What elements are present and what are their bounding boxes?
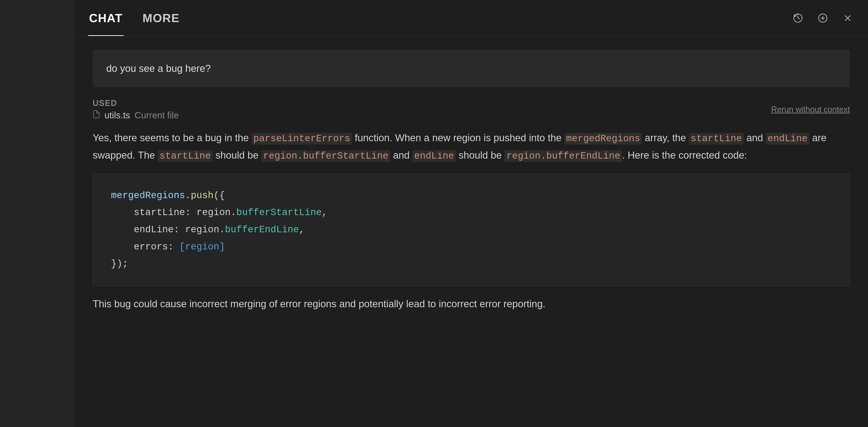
- inline-code-4: endLine: [766, 133, 809, 144]
- code-line-4: errors: [region]: [111, 238, 832, 256]
- inline-code-2: mergedRegions: [564, 133, 642, 144]
- header: CHAT MORE: [74, 0, 868, 36]
- content-area: do you see a bug here? USED utils.ts: [74, 36, 868, 427]
- code-block: mergedRegions.push({ startLine: region.b…: [93, 173, 850, 287]
- user-message: do you see a bug here?: [93, 50, 850, 87]
- tab-chat[interactable]: CHAT: [88, 0, 124, 36]
- assistant-response: USED utils.ts Current file Rerun without…: [93, 99, 850, 322]
- inline-code-6: region.bufferStartLine: [261, 150, 391, 162]
- file-reference: utils.ts Current file: [93, 110, 179, 121]
- code-line-1: mergedRegions.push({: [111, 187, 832, 204]
- close-icon[interactable]: [841, 11, 855, 25]
- header-icons: [791, 11, 855, 25]
- inline-code-1: parseLinterErrors: [252, 133, 352, 144]
- file-icon: [93, 110, 100, 121]
- add-icon[interactable]: [816, 11, 830, 25]
- bottom-text: This bug could cause incorrect merging o…: [93, 296, 850, 322]
- used-label: USED: [93, 99, 179, 108]
- tabs: CHAT MORE: [88, 0, 181, 36]
- inline-code-5: startLine: [158, 150, 213, 162]
- tab-more[interactable]: MORE: [142, 0, 181, 36]
- main-panel: CHAT MORE: [74, 0, 868, 427]
- used-label-container: USED utils.ts Current file: [93, 99, 179, 121]
- rerun-without-context-button[interactable]: Rerun without context: [771, 105, 850, 114]
- sidebar: [0, 0, 74, 427]
- inline-code-7: endLine: [412, 150, 456, 162]
- inline-code-8: region.bufferEndLine: [504, 150, 622, 162]
- code-line-3: endLine: region.bufferEndLine,: [111, 221, 832, 238]
- response-text: Yes, there seems to be a bug in the pars…: [93, 129, 850, 164]
- history-icon[interactable]: [791, 11, 805, 25]
- code-line-5: });: [111, 256, 832, 273]
- code-line-2: startLine: region.bufferStartLine,: [111, 204, 832, 221]
- used-section: USED utils.ts Current file Rerun without…: [93, 99, 850, 121]
- inline-code-3: startLine: [689, 133, 744, 144]
